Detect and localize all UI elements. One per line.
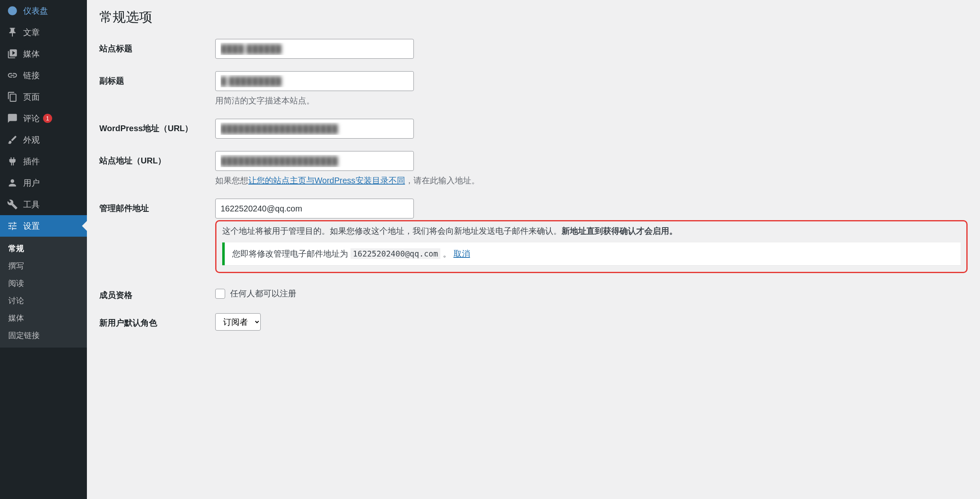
sidebar-item-label: 媒体 [23,48,40,60]
sidebar-item-settings[interactable]: 设置 [0,215,87,237]
submenu-writing[interactable]: 撰写 [0,257,87,275]
page-icon [7,91,18,103]
sidebar-item-label: 设置 [23,221,40,232]
sidebar-item-label: 评论 [23,113,40,124]
wrench-icon [7,199,18,210]
admin-email-notice: 您即将修改管理电子邮件地址为 16225202400@qq.com 。 取消 [222,242,961,265]
page-title: 常规选项 [99,8,968,26]
sidebar-item-posts[interactable]: 文章 [0,22,87,43]
cancel-email-change-link[interactable]: 取消 [454,249,470,258]
sidebar-item-label: 文章 [23,27,40,38]
admin-email-help: 这个地址将被用于管理目的。如果您修改这个地址，我们将会向新地址发送电子邮件来确认… [222,226,961,237]
site-url-label: 站点地址（URL） [99,151,215,166]
submenu-reading[interactable]: 阅读 [0,275,87,292]
settings-icon [7,220,18,232]
sidebar-item-label: 工具 [23,199,40,210]
admin-sidebar: 仪表盘 文章 媒体 链接 页面 评论 1 外观 [0,0,87,499]
sidebar-item-tools[interactable]: 工具 [0,194,87,215]
tagline-description: 用简洁的文字描述本站点。 [215,95,968,106]
submenu-permalinks[interactable]: 固定链接 [0,327,87,344]
submenu-media[interactable]: 媒体 [0,309,87,327]
pin-icon [7,26,18,38]
sidebar-item-label: 外观 [23,134,40,146]
sidebar-item-media[interactable]: 媒体 [0,43,87,65]
comment-count-badge: 1 [43,114,52,123]
brush-icon [7,134,18,146]
admin-email-label: 管理邮件地址 [99,199,215,214]
submenu-general[interactable]: 常规 [0,240,87,257]
dashboard-icon [7,5,18,17]
user-icon [7,177,18,189]
link-icon [7,70,18,81]
sidebar-item-dashboard[interactable]: 仪表盘 [0,0,87,22]
admin-email-highlight: 这个地址将被用于管理目的。如果您修改这个地址，我们将会向新地址发送电子邮件来确认… [215,220,968,273]
wp-url-label: WordPress地址（URL） [99,119,215,134]
main-content: 常规选项 站点标题 副标题 用简洁的文字描述本站点。 WordPress地址（U… [87,0,980,499]
membership-checkbox-wrap[interactable]: 任何人都可以注册 [215,285,968,299]
membership-label: 成员资格 [99,285,215,301]
sidebar-item-comments[interactable]: 评论 1 [0,108,87,129]
site-url-description: 如果您想让您的站点主页与WordPress安装目录不同，请在此输入地址。 [215,175,968,186]
site-title-label: 站点标题 [99,39,215,54]
sidebar-item-plugins[interactable]: 插件 [0,151,87,172]
comment-icon [7,113,18,124]
sidebar-item-appearance[interactable]: 外观 [0,129,87,151]
settings-submenu: 常规 撰写 阅读 讨论 媒体 固定链接 [0,237,87,348]
media-icon [7,48,18,60]
pending-email-code: 16225202400@qq.com [351,248,441,259]
sidebar-item-pages[interactable]: 页面 [0,86,87,108]
wp-url-input[interactable] [215,119,414,139]
site-title-input[interactable] [215,39,414,59]
sidebar-item-label: 仪表盘 [23,5,48,17]
submenu-discussion[interactable]: 讨论 [0,292,87,309]
site-url-help-link[interactable]: 让您的站点主页与WordPress安装目录不同 [248,176,405,185]
membership-checkbox-label: 任何人都可以注册 [230,288,296,299]
site-url-input[interactable] [215,151,414,171]
sidebar-item-label: 链接 [23,70,40,81]
default-role-label: 新用户默认角色 [99,313,215,329]
tagline-input[interactable] [215,71,414,91]
membership-checkbox[interactable] [215,289,225,299]
sidebar-item-label: 页面 [23,91,40,103]
plug-icon [7,156,18,167]
tagline-label: 副标题 [99,71,215,86]
sidebar-item-label: 插件 [23,156,40,167]
sidebar-item-links[interactable]: 链接 [0,65,87,86]
sidebar-item-label: 用户 [23,178,40,189]
admin-email-input[interactable] [215,199,414,218]
default-role-select[interactable]: 订阅者 [215,313,261,331]
sidebar-item-users[interactable]: 用户 [0,172,87,194]
